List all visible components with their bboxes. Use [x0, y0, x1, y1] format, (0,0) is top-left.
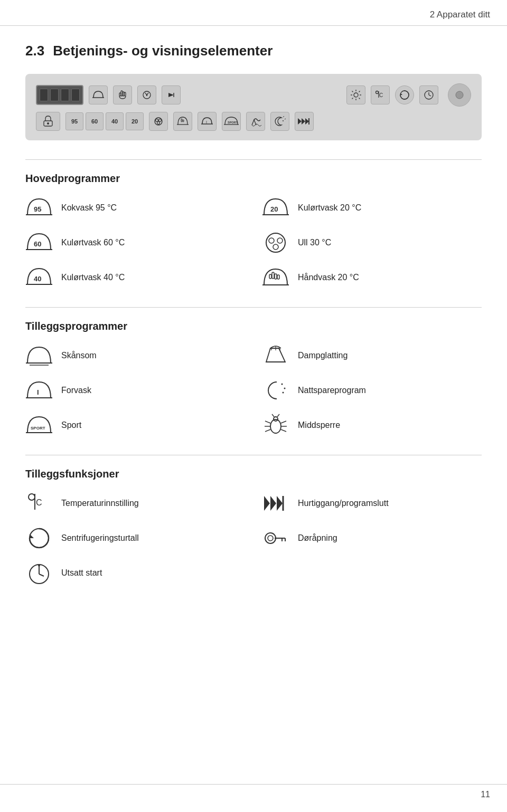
- panel-btn-dampglatting-bottom[interactable]: [246, 112, 265, 131]
- divider-2: [25, 307, 482, 308]
- childlock-icon: [262, 412, 289, 439]
- svg-point-31: [157, 122, 160, 125]
- zusatzfunktionen-grid: C Temperaturinnstilling Hurtiggang/pr: [25, 490, 482, 587]
- hauptprogramme-title: Hovedprogrammer: [25, 173, 482, 185]
- list-item: Dampglatting: [262, 342, 482, 369]
- panel-btn-95[interactable]: 95: [65, 112, 83, 130]
- svg-line-83: [272, 414, 274, 417]
- page-header: 2 Apparatet ditt: [0, 0, 507, 26]
- svg-marker-93: [30, 534, 34, 538]
- svg-marker-88: [264, 496, 270, 511]
- section-number: 2.3: [25, 43, 44, 59]
- wash-20-icon: 20: [262, 194, 289, 222]
- panel-btn-60[interactable]: 60: [86, 112, 104, 130]
- panel-btn-fastforward-bottom[interactable]: [295, 112, 314, 131]
- panel-btn-20[interactable]: 20: [126, 112, 144, 130]
- svg-point-8: [354, 93, 358, 97]
- wash-95-label: Kokvask 95 °C: [61, 203, 117, 213]
- zusatzfunktionen-section: Tilleggsfunksjoner C Temperaturinnstilli…: [25, 468, 482, 587]
- svg-point-25: [456, 91, 463, 99]
- panel-btn-steam-top[interactable]: [137, 85, 156, 104]
- svg-line-77: [265, 421, 270, 423]
- svg-point-94: [265, 533, 276, 543]
- chapter-title: 2 Apparatet ditt: [430, 9, 490, 20]
- wash-95-icon: 95: [25, 194, 53, 222]
- wash-20-label: Kulørtvask 20 °C: [298, 203, 361, 213]
- panel-top-row: C: [36, 83, 471, 107]
- panel-btn-40[interactable]: 40: [106, 112, 124, 130]
- panel-bottom-row: 95 60 40 20 I SPORT: [36, 112, 471, 131]
- steam-label: Dampglatting: [298, 351, 348, 360]
- svg-rect-34: [183, 120, 184, 122]
- svg-marker-21: [400, 93, 402, 95]
- svg-line-15: [359, 91, 360, 92]
- list-item: Middsperre: [262, 412, 482, 439]
- svg-rect-4: [119, 93, 121, 96]
- section-title: Betjenings- og visningselementer: [53, 43, 273, 59]
- divider-3: [25, 455, 482, 455]
- svg-point-54: [277, 238, 283, 243]
- svg-point-70: [281, 384, 283, 385]
- svg-point-41: [283, 120, 284, 121]
- svg-line-39: [283, 116, 284, 117]
- panel-btn-tub-bottom[interactable]: I: [198, 112, 217, 131]
- hauptprogramme-grid: 95 Kokvask 95 °C 20 Kulørtvask 20 °C: [25, 194, 482, 291]
- svg-point-27: [47, 122, 49, 125]
- svg-line-79: [265, 429, 270, 432]
- divider-1: [25, 159, 482, 160]
- list-item: 60 Kulørtvask 60 °C: [25, 229, 245, 256]
- svg-point-29: [156, 119, 158, 122]
- svg-point-72: [283, 392, 284, 394]
- svg-text:C: C: [36, 498, 42, 507]
- svg-point-55: [273, 244, 278, 250]
- svg-rect-59: [272, 272, 274, 279]
- svg-text:SPORT: SPORT: [31, 426, 45, 431]
- panel-btn-celsius[interactable]: C: [371, 85, 390, 104]
- panel-btn-hand[interactable]: [113, 85, 132, 104]
- wash-60-icon: 60: [25, 229, 53, 256]
- list-item: Hurtiggang/programslutt: [262, 490, 482, 517]
- page-number: 11: [481, 790, 490, 799]
- svg-marker-42: [298, 118, 302, 125]
- night-label: Nattspareprogram: [298, 386, 366, 395]
- handwash-icon: [262, 264, 289, 291]
- svg-line-24: [429, 95, 431, 96]
- fastend-label: Hurtiggang/programslutt: [298, 499, 389, 508]
- panel-btn-clock[interactable]: [419, 85, 438, 104]
- prewash-label: Forvask: [61, 386, 91, 395]
- panel-btn-arrow[interactable]: [162, 85, 181, 104]
- panel-btn-handwash-bottom[interactable]: [173, 112, 192, 131]
- list-item: Håndvask 20 °C: [262, 264, 482, 291]
- wash-60-label: Kulørtvask 60 °C: [61, 238, 125, 247]
- panel-btn-sport-bottom[interactable]: SPORT: [222, 112, 241, 131]
- panel-btn-wool-bottom[interactable]: [149, 112, 168, 131]
- panel-btn-power[interactable]: [448, 83, 471, 107]
- panel-btn-lock[interactable]: [36, 112, 60, 131]
- zusatzprogramme-grid: Skånsom Dampglatting: [25, 342, 482, 439]
- panel-display: [36, 85, 83, 105]
- svg-line-40: [285, 119, 286, 119]
- list-item: Skånsom: [25, 342, 245, 369]
- sport-label: Sport: [61, 421, 81, 430]
- hauptprogramme-section: Hovedprogrammer 95 Kokvask 95 °C: [25, 173, 482, 291]
- panel-btn-sun[interactable]: [346, 85, 365, 104]
- delay-label: Utsatt start: [61, 568, 102, 578]
- night-icon: [262, 377, 289, 404]
- svg-text:40: 40: [34, 275, 41, 283]
- svg-rect-3: [124, 92, 126, 96]
- list-item: 20 Kulørtvask 20 °C: [262, 194, 482, 222]
- list-item: 95 Kokvask 95 °C: [25, 194, 245, 222]
- svg-text:60: 60: [34, 240, 41, 248]
- panel-btn-night-bottom[interactable]: [270, 112, 289, 131]
- svg-point-71: [284, 388, 286, 389]
- zusatzfunktionen-title: Tilleggsfunksjoner: [25, 468, 482, 480]
- svg-text:I: I: [37, 388, 39, 396]
- svg-point-75: [270, 419, 281, 433]
- svg-rect-60: [275, 274, 277, 279]
- temp-icon: C: [25, 490, 53, 517]
- panel-illustration: C: [25, 74, 482, 140]
- panel-btn-tub[interactable]: [89, 85, 108, 104]
- list-item: C Temperaturinnstilling: [25, 490, 245, 517]
- list-item: SPORT Sport: [25, 412, 245, 439]
- panel-btn-spin-dial[interactable]: [395, 85, 414, 104]
